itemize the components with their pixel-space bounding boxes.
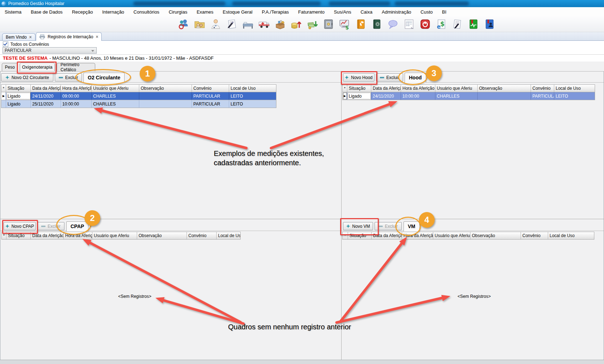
patients-folder-icon[interactable] <box>193 18 206 31</box>
cell-data-afericao[interactable]: 24/11/2020 <box>371 92 401 100</box>
tab-registros-label: Registros de Internação <box>48 34 93 39</box>
vitals-book-icon[interactable] <box>467 18 480 31</box>
todos-convenios-label: Todos os Convênios <box>10 42 49 47</box>
todos-convenios-checkbox[interactable] <box>3 41 8 47</box>
main-toolbar: $ $e <box>0 16 604 32</box>
menu-cirurgias[interactable]: Cirurgias <box>164 7 192 16</box>
menu-bi[interactable]: BI <box>438 7 451 16</box>
column-header-situacao: Situação <box>347 85 371 92</box>
row-indicator-icon: ▶ <box>343 92 347 100</box>
cell-convenio[interactable]: PARTICULAR <box>531 92 554 100</box>
column-header-hora-afericao: Hora da Aferição <box>61 85 92 92</box>
clinical-document-icon[interactable] <box>225 18 238 31</box>
tab-registros-internacao[interactable]: Registros de Internação × <box>36 32 102 41</box>
tab-bem-vindo[interactable]: Bem Vindo × <box>2 33 35 40</box>
chat-icon[interactable] <box>386 18 399 31</box>
excluir-o2-button[interactable]: Excluir <box>55 73 82 82</box>
table-row[interactable]: ▶ Ligado 24/11/2020 09:00:00 CHARLLES PA… <box>1 92 276 100</box>
new-record-icon <box>5 224 9 228</box>
ambulance-icon[interactable] <box>257 18 270 31</box>
convenio-select[interactable]: PARTICULAR <box>3 47 97 54</box>
cpap-empty-message: <Sem Registros> <box>118 294 151 299</box>
divider <box>0 71 604 72</box>
cell-situacao[interactable]: Ligado <box>6 92 31 100</box>
tab-oxigenoterapia[interactable]: Oxigenoterapia <box>20 63 55 72</box>
tab-peso[interactable]: Peso <box>2 63 18 71</box>
cell-situacao[interactable]: Ligado <box>6 100 31 108</box>
cell-observacao[interactable] <box>478 92 531 100</box>
e-invoice-icon[interactable]: $e <box>435 18 448 31</box>
cell-observacao[interactable] <box>139 92 192 100</box>
grid-corner: * <box>343 85 347 92</box>
row-indicator-cell <box>1 100 6 108</box>
billing-monitor-icon[interactable]: $ <box>338 18 351 31</box>
menu-custo[interactable]: Custo <box>416 7 438 16</box>
cell-hora-afericao[interactable]: 09:00:00 <box>61 92 92 100</box>
redacted-title-info <box>329 1 390 6</box>
menu-estoque-geral[interactable]: Estoque Geral <box>218 7 257 16</box>
menu-sus-ans[interactable]: Sus/Ans <box>329 7 356 16</box>
doctor-icon[interactable] <box>209 18 222 31</box>
cell-data-afericao[interactable]: 25/11/2020 <box>31 100 61 108</box>
stock-box-icon[interactable] <box>274 18 286 31</box>
excluir-cpap-button[interactable]: Excluir <box>37 222 64 230</box>
menu-base-de-dados[interactable]: Base de Dados <box>26 7 67 16</box>
cell-usuario[interactable]: CHARLLES <box>92 92 139 100</box>
menu-caixa[interactable]: Caixa <box>356 7 377 16</box>
menu-sistema[interactable]: Sistema <box>0 7 26 16</box>
novo-hood-button[interactable]: Novo Hood <box>343 73 375 82</box>
cell-hora-afericao[interactable]: 10:00:00 <box>401 92 435 100</box>
cell-local-uso[interactable]: LEITO <box>229 100 276 108</box>
o2-grid-header: * Situação Data da Aferição Hora da Afer… <box>1 84 276 92</box>
hospital-bed-icon[interactable] <box>241 18 254 31</box>
safe-icon[interactable] <box>322 18 335 31</box>
excluir-hood-button[interactable]: Excluir <box>376 73 403 82</box>
cell-local-uso[interactable]: LEITO <box>229 92 276 100</box>
novo-vm-button[interactable]: Novo VM <box>343 222 373 230</box>
column-header-data-afericao: Data da Aferição <box>31 232 64 239</box>
table-row[interactable]: ▶ Ligado 24/11/2020 10:00:00 CHARLLES PA… <box>342 92 595 100</box>
title-bar: Promedico Gestão Hospitalar <box>0 0 604 7</box>
tab-perimetro-cefalico[interactable]: Perímetro Cefálico <box>57 63 95 71</box>
cell-data-afericao[interactable]: 24/11/2020 <box>31 92 61 100</box>
close-icon[interactable]: × <box>29 35 32 40</box>
invoice-icon[interactable] <box>402 18 415 31</box>
existing-records-note: Exemplos de medições existentes, cadastr… <box>214 149 324 167</box>
revenue-up-icon[interactable] <box>290 18 303 31</box>
existing-records-note-line1: Exemplos de medições existentes, <box>214 149 324 158</box>
power-icon[interactable] <box>419 18 431 31</box>
patient-record-icon[interactable] <box>483 18 496 31</box>
horizontal-splitter[interactable] <box>0 219 604 219</box>
menu-internacao[interactable]: Internação <box>97 7 129 16</box>
menu-exames[interactable]: Exames <box>192 7 218 16</box>
close-icon[interactable]: × <box>96 34 98 39</box>
expense-down-icon[interactable] <box>306 18 319 31</box>
column-header-usuario: Usuário que Aferiu <box>433 232 470 239</box>
phone-book-icon[interactable] <box>354 18 367 31</box>
menu-pa-terapias[interactable]: P.A./Terapias <box>257 7 294 16</box>
table-row[interactable]: Ligado 25/11/2020 10:00:00 CHARLLES PART… <box>1 100 276 108</box>
novo-o2-circulante-button[interactable]: Novo O2 Circulante <box>1 73 53 82</box>
cell-observacao[interactable] <box>139 100 192 108</box>
tab-bem-vindo-label: Bem Vindo <box>6 35 26 40</box>
cell-situacao[interactable]: Ligado <box>347 92 371 100</box>
menu-consultorios[interactable]: Consultórios <box>129 7 164 16</box>
manual-book-icon[interactable] <box>370 18 383 31</box>
convenio-selected-value: PARTICULAR <box>5 48 32 53</box>
redacted-title-info <box>232 1 321 6</box>
menu-administracao[interactable]: Administração <box>377 7 416 16</box>
patient-header: TESTE DE SISTEMA - MASCULINO - 48 Anos, … <box>0 54 604 62</box>
cell-hora-afericao[interactable]: 10:00:00 <box>61 100 92 108</box>
cell-usuario[interactable]: CHARLLES <box>435 92 478 100</box>
cell-local-uso[interactable]: LEITO <box>554 92 595 100</box>
cell-convenio[interactable]: PARTICULAR <box>192 100 229 108</box>
menu-recepcao[interactable]: Recepção <box>67 7 98 16</box>
cell-usuario[interactable]: CHARLLES <box>92 100 139 108</box>
excluir-vm-button[interactable]: Excluir <box>375 222 402 230</box>
novo-cpap-button[interactable]: Novo CPAP <box>4 222 36 230</box>
vertical-splitter[interactable] <box>341 72 342 360</box>
cell-convenio[interactable]: PARTICULAR <box>192 92 229 100</box>
contract-icon[interactable] <box>451 18 464 31</box>
menu-faturamento[interactable]: Faturamento <box>294 7 329 16</box>
users-sync-icon[interactable] <box>177 18 190 31</box>
